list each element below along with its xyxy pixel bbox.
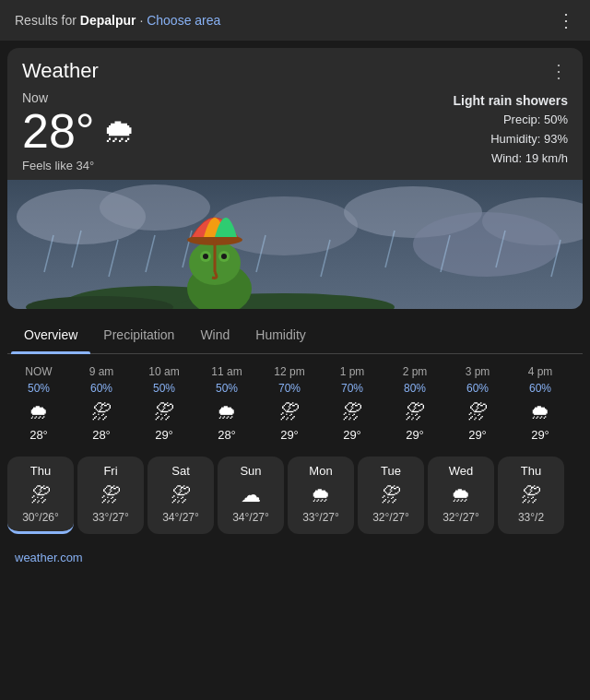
day-icon: 🌧: [311, 483, 331, 507]
hour-temp: 29°: [531, 428, 549, 442]
weather-com-link[interactable]: weather.com: [15, 551, 83, 564]
topbar-more-icon[interactable]: ⋮: [557, 9, 575, 31]
day-temps: 32°/27°: [372, 511, 409, 524]
day-item[interactable]: Mon 🌧 33°/27°: [288, 457, 354, 534]
day-item[interactable]: Thu ⛈ 33°/2: [498, 457, 564, 534]
temp-row: 28° 🌧: [22, 107, 136, 155]
day-temps: 33°/27°: [302, 511, 339, 524]
day-temps: 34°/27°: [232, 511, 269, 524]
separator: ·: [139, 13, 147, 28]
hour-precip: 60%: [466, 382, 489, 395]
hour-icon: ⛈: [405, 400, 425, 424]
footer: weather.com: [0, 541, 590, 576]
day-icon: 🌧: [451, 483, 471, 507]
tab-wind[interactable]: Wind: [187, 316, 242, 353]
weather-card-header: Weather ⋮: [7, 48, 583, 87]
hour-label: 11 am: [211, 365, 242, 378]
day-item[interactable]: Fri ⛈ 33°/27°: [77, 457, 144, 534]
day-name: Wed: [449, 464, 474, 478]
day-icon: ⛈: [100, 483, 121, 507]
day-item[interactable]: Thu ⛈ 30°/26°: [7, 457, 74, 534]
day-icon: ⛈: [381, 483, 401, 507]
day-name: Thu: [521, 464, 541, 478]
weather-title: Weather: [22, 59, 99, 83]
hour-temp: 28°: [92, 428, 111, 442]
hour-precip: 50%: [28, 382, 50, 395]
svg-point-5: [413, 212, 560, 277]
hour-icon: 🌧: [530, 400, 550, 424]
day-item[interactable]: Sat ⛈ 34°/27°: [148, 457, 214, 534]
weather-more-icon[interactable]: ⋮: [549, 60, 568, 82]
day-item[interactable]: Wed 🌧 32°/27°: [428, 457, 494, 534]
svg-point-26: [221, 254, 227, 259]
hour-temp: 29°: [280, 428, 299, 442]
hour-icon: ⛈: [342, 400, 362, 424]
hour-temp: 29°: [343, 428, 361, 442]
hour-temp: 29°: [155, 428, 173, 442]
tabs: Overview Precipitation Wind Humidity: [7, 316, 583, 354]
day-name: Tue: [381, 464, 401, 478]
day-name: Sun: [240, 464, 261, 478]
weather-illustration: [7, 180, 583, 309]
temperature-section: Now 28° 🌧 Feels like 34°: [22, 90, 136, 172]
hour-item: 12 pm 70% ⛈ 29°: [258, 365, 321, 442]
day-name: Mon: [309, 464, 332, 478]
choose-area-link[interactable]: Choose area: [147, 13, 220, 28]
hour-label: 3 pm: [466, 365, 490, 378]
hour-label: 1 pm: [340, 365, 365, 378]
hour-temp: 29°: [406, 428, 424, 442]
hour-icon: ⛈: [279, 400, 300, 424]
daily-section: Thu ⛈ 30°/26° Fri ⛈ 33°/27° Sat ⛈ 34°/27…: [0, 449, 590, 541]
hour-precip: 50%: [153, 382, 175, 395]
hour-item: 11 am 50% 🌧 28°: [195, 365, 258, 442]
now-label: Now: [22, 90, 136, 105]
hour-icon: ⛈: [467, 400, 488, 424]
day-icon: ☁: [241, 483, 261, 507]
weather-card: Weather ⋮ Now 28° 🌧 Feels like 34° Light…: [7, 48, 583, 309]
precip-detail: Precip: 50%: [454, 111, 568, 130]
day-temps: 32°/27°: [442, 511, 479, 524]
hour-precip: 70%: [278, 382, 301, 395]
hour-icon: 🌧: [217, 400, 237, 424]
hour-label: NOW: [25, 365, 52, 378]
hour-icon: 🌧: [29, 400, 49, 424]
hour-item: 2 pm 80% ⛈ 29°: [384, 365, 446, 442]
weather-icon: 🌧: [102, 112, 136, 150]
day-name: Sat: [171, 464, 190, 478]
hour-item: 4 pm 60% 🌧 29°: [509, 365, 572, 442]
tab-humidity[interactable]: Humidity: [242, 316, 318, 353]
day-item[interactable]: Tue ⛈ 32°/27°: [358, 457, 424, 534]
hourly-section: NOW 50% 🌧 28° 9 am 60% ⛈ 28° 10 am 50% ⛈…: [0, 354, 590, 449]
svg-line-6: [44, 235, 53, 272]
hour-precip: 50%: [216, 382, 238, 395]
location-info: Results for Depalpur · Choose area: [15, 13, 220, 28]
tab-overview[interactable]: Overview: [11, 316, 90, 353]
day-icon: ⛈: [521, 483, 541, 507]
feels-like: Feels like 34°: [22, 159, 136, 172]
hour-precip: 60%: [90, 382, 112, 395]
day-name: Fri: [103, 464, 117, 478]
wind-detail: Wind: 19 km/h: [454, 149, 568, 169]
day-icon: ⛈: [171, 483, 191, 507]
temperature-value: 28°: [22, 107, 95, 155]
hour-temp: 28°: [218, 428, 236, 442]
hour-label: 9 am: [89, 365, 114, 378]
day-temps: 34°/27°: [162, 511, 199, 524]
weather-details: Light rain showers Precip: 50% Humidity:…: [454, 90, 568, 169]
hour-temp: 29°: [468, 428, 487, 442]
current-weather-section: Now 28° 🌧 Feels like 34° Light rain show…: [7, 87, 583, 172]
hour-item: 9 am 60% ⛈ 28°: [70, 365, 133, 442]
day-temps: 33°/27°: [92, 511, 129, 524]
hour-label: 12 pm: [274, 365, 304, 378]
hour-label: 4 pm: [528, 365, 553, 378]
day-item[interactable]: Sun ☁ 34°/27°: [218, 457, 284, 534]
hour-item: 3 pm 60% ⛈ 29°: [446, 365, 509, 442]
hour-icon: ⛈: [154, 400, 174, 424]
day-icon: ⛈: [30, 483, 51, 507]
hour-label: 2 pm: [403, 365, 428, 378]
hour-item: 10 am 50% ⛈ 29°: [133, 365, 195, 442]
tabs-container: Overview Precipitation Wind Humidity: [0, 316, 590, 354]
tab-precipitation[interactable]: Precipitation: [90, 316, 187, 353]
hour-precip: 80%: [404, 382, 426, 395]
results-prefix: Results for: [15, 13, 80, 28]
